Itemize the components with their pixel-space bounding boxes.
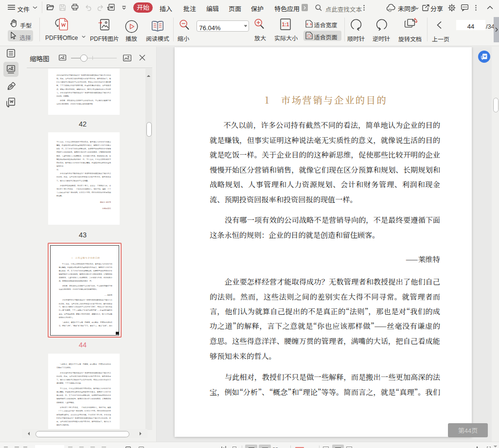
svg-text:1:1: 1:1 [282,22,289,27]
